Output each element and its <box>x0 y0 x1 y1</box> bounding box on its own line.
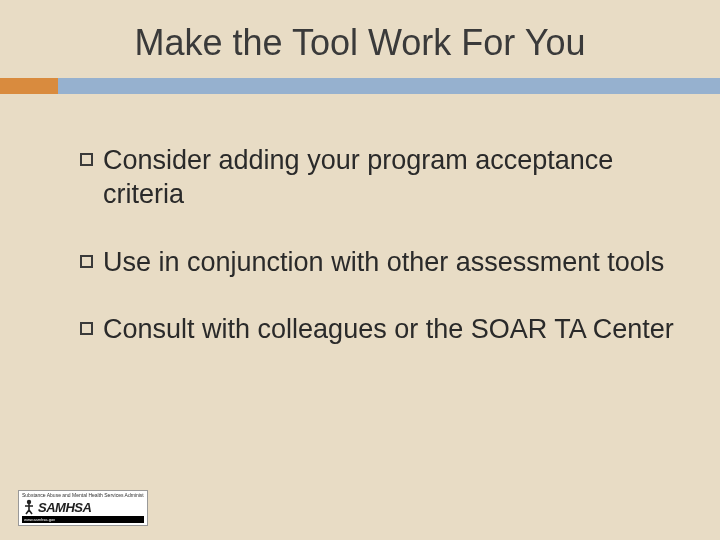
bullet-square-icon <box>80 153 93 166</box>
bullet-text: Consult with colleagues or the SOAR TA C… <box>103 313 674 347</box>
accent-blue <box>58 78 720 94</box>
logo-name: SAMHSA <box>38 500 91 515</box>
accent-bar <box>0 78 720 94</box>
samhsa-logo: Substance Abuse and Mental Health Servic… <box>18 490 148 526</box>
logo-subtitle: Substance Abuse and Mental Health Servic… <box>22 493 144 498</box>
logo-main: SAMHSA <box>22 499 144 515</box>
content-area: Consider adding your program acceptance … <box>0 94 720 347</box>
bullet-square-icon <box>80 322 93 335</box>
svg-point-0 <box>27 500 31 504</box>
list-item: Consult with colleagues or the SOAR TA C… <box>80 313 680 347</box>
slide-title: Make the Tool Work For You <box>0 0 720 78</box>
person-icon <box>22 499 36 515</box>
list-item: Consider adding your program acceptance … <box>80 144 680 212</box>
list-item: Use in conjunction with other assessment… <box>80 246 680 280</box>
accent-orange <box>0 78 58 94</box>
bullet-text: Use in conjunction with other assessment… <box>103 246 664 280</box>
logo-url: www.samhsa.gov <box>22 516 144 523</box>
bullet-square-icon <box>80 255 93 268</box>
bullet-text: Consider adding your program acceptance … <box>103 144 680 212</box>
